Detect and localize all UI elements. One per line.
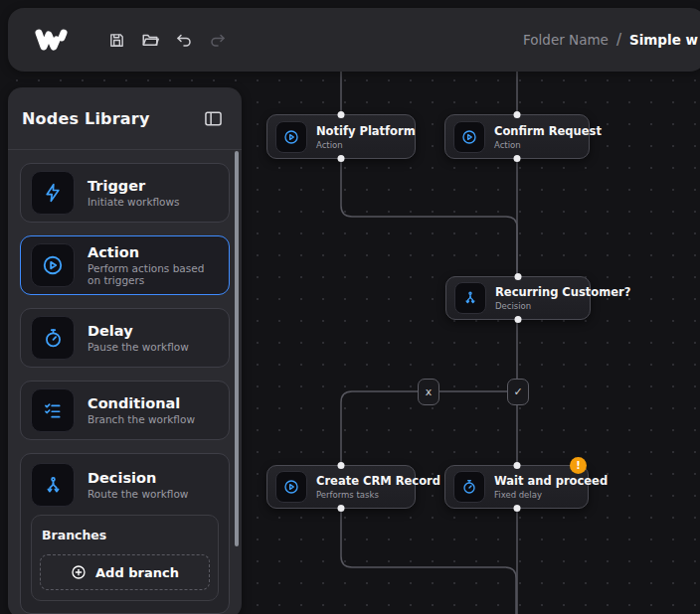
input-port[interactable] bbox=[338, 462, 345, 469]
library-item-action[interactable]: Action Perform actions based on triggers bbox=[20, 235, 230, 295]
play-circle-icon bbox=[275, 121, 307, 153]
nodes-list: Trigger Initiate workflows Action Perfor… bbox=[8, 150, 242, 614]
branches-panel: Branches Add branch bbox=[31, 515, 219, 601]
item-description: Pause the workflow bbox=[88, 341, 189, 353]
input-port[interactable] bbox=[338, 111, 345, 118]
node-subtitle: Fixed delay bbox=[494, 490, 580, 500]
plus-circle-icon bbox=[71, 564, 87, 580]
sidebar-scrollbar[interactable] bbox=[235, 151, 239, 546]
node-subtitle: Action bbox=[316, 140, 407, 150]
node-title: Create CRM Record bbox=[316, 474, 407, 488]
undo-icon bbox=[175, 31, 193, 49]
node-confirm-request[interactable]: Confirm Request Action bbox=[444, 114, 590, 159]
node-notify-platform[interactable]: Notify Platform Action bbox=[266, 114, 416, 159]
item-label: Action bbox=[88, 244, 219, 260]
save-button[interactable] bbox=[101, 25, 131, 55]
node-subtitle: Performs tasks bbox=[316, 490, 407, 500]
breadcrumb: Folder Name / Simple w bbox=[523, 31, 698, 49]
branches-label: Branches bbox=[42, 528, 210, 542]
toolbar: Folder Name / Simple w bbox=[8, 8, 700, 72]
undo-button[interactable] bbox=[169, 25, 199, 55]
library-item-decision[interactable]: Decision Route the workflow Branches Add… bbox=[20, 453, 230, 614]
item-label: Decision bbox=[88, 470, 188, 486]
open-folder-button[interactable] bbox=[135, 25, 165, 55]
input-port[interactable] bbox=[513, 462, 520, 469]
node-title: Confirm Request bbox=[494, 124, 581, 138]
nodes-library-panel: Nodes Library Trigger Initiate workflows… bbox=[8, 87, 242, 614]
node-recurring-customer[interactable]: Recurring Customer? Decision bbox=[445, 276, 591, 320]
redo-button[interactable] bbox=[203, 25, 233, 55]
lightning-icon bbox=[31, 171, 75, 215]
item-label: Conditional bbox=[88, 395, 195, 411]
checklist-icon bbox=[31, 388, 75, 432]
item-description: Branch the workflow bbox=[88, 413, 195, 425]
breadcrumb-current: Simple w bbox=[629, 32, 698, 48]
breadcrumb-separator: / bbox=[616, 31, 621, 49]
branch-marker-true[interactable]: ✓ bbox=[507, 379, 529, 405]
node-create-crm-record[interactable]: Create CRM Record Performs tasks bbox=[266, 465, 416, 509]
decision-row: Decision Route the workflow bbox=[31, 463, 219, 507]
redo-icon bbox=[209, 31, 227, 49]
output-port[interactable] bbox=[514, 155, 521, 162]
stopwatch-icon bbox=[31, 316, 75, 360]
node-title: Recurring Customer? bbox=[495, 285, 582, 299]
play-circle-icon bbox=[31, 243, 75, 287]
stopwatch-icon bbox=[453, 471, 485, 503]
item-description: Route the workflow bbox=[88, 488, 188, 500]
library-item-conditional[interactable]: Conditional Branch the workflow bbox=[20, 381, 230, 440]
app-logo bbox=[34, 27, 74, 53]
item-label: Trigger bbox=[88, 178, 180, 194]
item-description: Initiate workflows bbox=[88, 196, 180, 208]
node-subtitle: Action bbox=[494, 140, 581, 150]
node-subtitle: Decision bbox=[495, 301, 582, 311]
output-port[interactable] bbox=[513, 505, 520, 512]
input-port[interactable] bbox=[515, 273, 522, 280]
panel-collapse-icon bbox=[205, 111, 222, 126]
panel-title: Nodes Library bbox=[22, 109, 150, 128]
library-item-delay[interactable]: Delay Pause the workflow bbox=[20, 308, 230, 368]
node-wait-and-proceed[interactable]: ! Wait and proceed Fixed delay bbox=[444, 465, 589, 509]
play-circle-icon bbox=[275, 471, 307, 503]
item-description: Perform actions based on triggers bbox=[88, 262, 219, 286]
output-port[interactable] bbox=[338, 155, 345, 162]
open-folder-icon bbox=[141, 31, 159, 49]
add-branch-button[interactable]: Add branch bbox=[40, 554, 210, 590]
collapse-panel-button[interactable] bbox=[200, 105, 226, 131]
node-title: Notify Platform bbox=[316, 124, 407, 138]
workflow-editor: { "toolbar": { "logo": "W", "buttons": {… bbox=[0, 0, 700, 614]
node-title: Wait and proceed bbox=[494, 474, 580, 488]
output-port[interactable] bbox=[338, 505, 345, 512]
branch-marker-false[interactable]: x bbox=[418, 379, 439, 405]
breadcrumb-folder[interactable]: Folder Name bbox=[523, 32, 609, 48]
fork-icon bbox=[31, 463, 75, 507]
add-branch-label: Add branch bbox=[95, 565, 179, 580]
nodes-library-header: Nodes Library bbox=[8, 87, 242, 150]
library-item-trigger[interactable]: Trigger Initiate workflows bbox=[20, 163, 230, 223]
save-icon bbox=[108, 32, 125, 49]
output-port[interactable] bbox=[515, 316, 522, 323]
input-port[interactable] bbox=[514, 111, 521, 118]
play-circle-icon bbox=[453, 121, 485, 153]
alert-badge[interactable]: ! bbox=[570, 457, 587, 474]
item-label: Delay bbox=[88, 323, 189, 339]
fork-icon bbox=[454, 282, 486, 314]
